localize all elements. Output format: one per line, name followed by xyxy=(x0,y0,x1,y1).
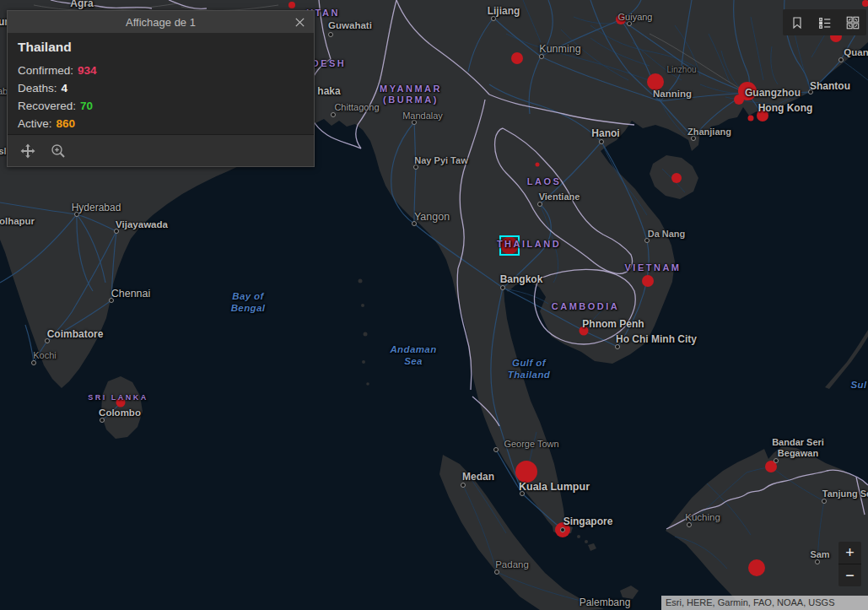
city-dot xyxy=(494,570,499,575)
stat-row-deaths: Deaths:4 xyxy=(18,79,304,97)
sea-label: Bay of Bengal xyxy=(231,291,266,314)
red-marker[interactable] xyxy=(671,173,682,183)
city-label: Kunming xyxy=(539,43,580,56)
city-label: Quan xyxy=(844,47,868,59)
city-label: Tanjung Se xyxy=(822,489,868,499)
city-label: Mandalay xyxy=(402,111,443,121)
stat-row-confirmed: Confirmed:934 xyxy=(18,62,304,79)
stat-value: 4 xyxy=(62,82,68,94)
red-marker[interactable] xyxy=(515,461,537,483)
city-label: Ho Chi Minh City xyxy=(616,333,697,345)
city-dot xyxy=(644,238,650,243)
popup-header-title: Affichage de 1 xyxy=(126,16,196,29)
city-dot xyxy=(500,285,505,290)
overview-icon[interactable] xyxy=(844,13,862,32)
red-marker[interactable] xyxy=(748,559,765,576)
stat-label: Active: xyxy=(18,117,52,130)
city-dot xyxy=(687,522,692,527)
city-dot xyxy=(328,32,333,37)
city-label: Nanning xyxy=(653,89,692,100)
pan-icon[interactable] xyxy=(19,143,36,159)
city-label: Bandar Seri Begawan xyxy=(772,437,824,459)
red-marker[interactable] xyxy=(616,14,626,24)
country-label: LAOS xyxy=(527,176,562,187)
city-label: Palembang xyxy=(580,597,631,608)
city-dot xyxy=(109,298,114,303)
stat-row-active: Active:860 xyxy=(18,115,304,132)
legend-icon[interactable] xyxy=(816,13,834,32)
sea-label: Sul xyxy=(850,380,866,391)
red-marker[interactable] xyxy=(757,110,768,121)
city-dot xyxy=(774,458,779,463)
city-dot xyxy=(493,447,499,452)
city-dot xyxy=(100,418,105,423)
bookmark-icon[interactable] xyxy=(788,13,806,32)
country-label: DESH xyxy=(312,58,347,69)
city-dot xyxy=(461,483,466,488)
city-dot xyxy=(491,16,496,21)
country-label: CAMBODIA xyxy=(552,301,620,312)
city-label: Guwahati xyxy=(328,20,372,32)
city-label: Singapore xyxy=(563,516,613,527)
red-marker[interactable] xyxy=(748,116,754,121)
sea-label: Gulf of Thailand xyxy=(508,358,550,381)
selection-highlight xyxy=(499,235,520,256)
close-icon[interactable] xyxy=(292,14,307,30)
city-label: Kochi xyxy=(33,350,57,361)
red-marker[interactable] xyxy=(511,52,523,64)
stat-value: 70 xyxy=(80,100,93,112)
city-dot xyxy=(74,212,79,217)
city-label: Sam xyxy=(810,549,829,560)
red-marker[interactable] xyxy=(647,73,664,90)
red-marker[interactable] xyxy=(536,163,540,167)
city-label: Medan xyxy=(462,471,494,483)
city-dot xyxy=(539,54,544,59)
stat-row-recovered: Recovered:70 xyxy=(18,97,304,115)
city-dot xyxy=(412,221,417,226)
stat-value: 934 xyxy=(78,64,97,77)
city-label: Hanoi xyxy=(591,127,619,139)
city-label: Agra xyxy=(70,0,93,9)
city-label: Linzhou xyxy=(666,65,696,75)
city-label: Da Nang xyxy=(648,229,686,240)
city-label: Bangkok xyxy=(500,273,543,285)
city-label: Vijayawada xyxy=(116,219,168,231)
city-label: Colombo xyxy=(99,408,141,419)
city-dot xyxy=(114,229,119,234)
red-marker[interactable] xyxy=(642,275,654,287)
popup-stats: Confirmed:934Deaths:4Recovered:70Active:… xyxy=(18,62,304,132)
stat-value: 860 xyxy=(57,117,76,130)
popup-header[interactable]: Affichage de 1 xyxy=(8,11,314,33)
red-marker[interactable] xyxy=(862,0,868,7)
city-label: Hyderabad xyxy=(72,202,121,213)
zoom-to-feature-icon[interactable] xyxy=(50,143,67,159)
city-dot xyxy=(537,202,542,207)
city-dot xyxy=(412,120,417,125)
zoom-control: + − xyxy=(838,542,861,586)
feature-popup: Affichage de 1 Thailand Confirmed:934Dea… xyxy=(7,10,315,167)
city-dot xyxy=(615,344,620,349)
city-label: sl xyxy=(0,146,7,158)
map-app: AgraurGuwahatihakaChittagongMandalayNay … xyxy=(0,0,868,610)
zoom-out-button[interactable]: − xyxy=(838,564,861,586)
red-marker[interactable] xyxy=(734,94,744,105)
country-label: MYANMAR (BURMA) xyxy=(380,84,442,105)
city-dot xyxy=(31,360,36,365)
red-marker[interactable] xyxy=(116,398,126,408)
city-label: Chittagong xyxy=(334,102,379,113)
zoom-in-button[interactable]: + xyxy=(838,542,861,564)
city-dot xyxy=(520,491,525,496)
city-label: haka xyxy=(317,85,340,97)
city-dot xyxy=(822,499,827,504)
city-dot xyxy=(331,112,336,117)
popup-footer xyxy=(8,134,314,166)
stat-label: Recovered: xyxy=(18,100,76,112)
city-dot xyxy=(627,21,632,26)
country-label: VIETNAM xyxy=(625,262,682,273)
city-dot xyxy=(838,57,844,62)
red-marker[interactable] xyxy=(288,2,295,8)
red-marker[interactable] xyxy=(580,327,589,336)
city-label: Shantou xyxy=(810,80,850,92)
city-dot xyxy=(815,559,820,564)
map-toolbar xyxy=(783,9,866,35)
